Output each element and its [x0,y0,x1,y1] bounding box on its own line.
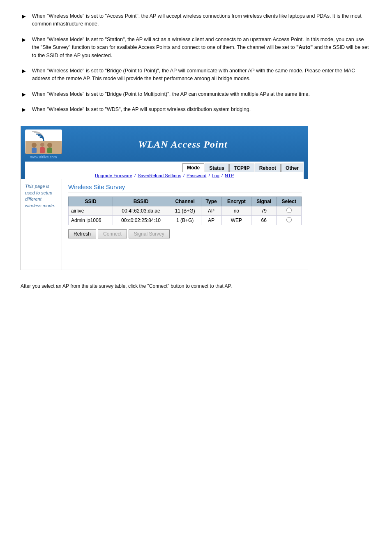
svg-rect-5 [40,147,45,153]
bullet-arrow-5: ► [21,106,27,113]
nav-tabs-row: Mode Status TCP/IP Reboot Other [182,163,304,172]
col-header-signal: Signal [251,197,277,206]
svg-point-0 [43,140,44,141]
cell-ssid-1: airlive [69,206,113,216]
cell-signal-2: 66 [251,216,277,225]
cell-type-1: AP [201,206,221,216]
svg-rect-7 [47,148,52,153]
link-ntp[interactable]: NTP [225,173,234,178]
svg-point-6 [47,143,52,148]
bullet-arrow-1: ► [21,13,27,20]
signal-arc-svg [27,130,60,141]
cell-select-2[interactable] [277,216,302,225]
cell-signal-1: 79 [251,206,277,216]
arc-container [25,130,62,141]
table-row: airlive 00:4f:62:03:da:ae 11 (B+G) AP no… [69,206,302,216]
router-body: This page is used to setup different wir… [21,179,308,270]
link-log[interactable]: Log [212,173,219,178]
bullet-section-3: ► When "Wireless Mode" is set to "Bridge… [21,67,371,83]
cell-channel-2: 1 (B+G) [169,216,201,225]
main-content: ► When "Wireless Mode" is set to "Access… [12,8,380,295]
bullet-text-4: When "Wireless Mode" is set to "Bridge (… [32,90,310,98]
router-nav: Mode Status TCP/IP Reboot Other Upgrade … [25,162,304,179]
cell-encrypt-1: no [221,206,251,216]
bullet-text-5: When "Wireless Mode" is set to "WDS", th… [32,106,251,113]
bullet-text-3: When "Wireless Mode" is set to "Bridge (… [32,67,371,83]
svg-point-4 [40,143,44,147]
bullet-section-4: ► When "Wireless Mode" is set to "Bridge… [21,90,371,98]
cell-type-2: AP [201,216,221,225]
nav-sub-links: Upgrade Firmware / Save/Reload Settings … [25,172,304,179]
radio-select-1[interactable] [286,208,292,213]
tab-status[interactable]: Status [205,164,229,172]
logo-people-image [25,141,62,154]
connect-button[interactable]: Connect [98,229,127,238]
bottom-note: After you select an AP from the site sur… [21,282,371,290]
router-main-content: Wireless Site Survey SSID BSSID Channel … [62,179,308,270]
tab-tcpip[interactable]: TCP/IP [229,164,254,172]
router-title-row: www.airlive.com WLAN Access Point [25,130,304,159]
bullet-section-1: ► When "Wireless Mode" is set to "Access… [21,12,371,28]
bullet-section-2: ► When "Wireless Mode" is set to "Statio… [21,36,371,60]
col-header-bssid: BSSID [113,197,169,206]
link-password[interactable]: Password [187,173,206,178]
cell-bssid-2: 00:c0:02:25:84:10 [113,216,169,225]
action-buttons: Refresh Connect Signal Survey [68,229,302,238]
router-header: www.airlive.com WLAN Access Point Mode S… [21,126,308,179]
col-header-encrypt: Encrypt [221,197,251,206]
col-header-type: Type [201,197,221,206]
router-ui-box: www.airlive.com WLAN Access Point Mode S… [21,126,308,270]
table-row: Admin ip1006 00:c0:02:25:84:10 1 (B+G) A… [69,216,302,225]
logo-url: www.airlive.com [30,155,57,159]
col-header-channel: Channel [169,197,201,206]
cell-channel-1: 11 (B+G) [169,206,201,216]
router-sidebar: This page is used to setup different wir… [21,179,62,270]
tab-reboot[interactable]: Reboot [255,164,281,172]
sidebar-description: This page is used to setup different wir… [25,183,58,209]
router-main-title: WLAN Access Point [62,139,304,150]
bullet-text-1: When "Wireless Mode" is set to "Access P… [32,12,371,28]
router-logo: www.airlive.com [25,130,62,159]
bullet-arrow-2: ► [21,36,27,44]
tab-other[interactable]: Other [281,164,303,172]
link-save-reload[interactable]: Save/Reload Settings [138,173,181,178]
section-title: Wireless Site Survey [68,183,302,192]
survey-table: SSID BSSID Channel Type Encrypt Signal S… [68,197,302,225]
col-header-ssid: SSID [69,197,113,206]
bold-auto: "Auto" [296,44,313,50]
bullet-section-5: ► When "Wireless Mode" is set to "WDS", … [21,106,371,113]
cell-ssid-2: Admin ip1006 [69,216,113,225]
cell-encrypt-2: WEP [221,216,251,225]
refresh-button[interactable]: Refresh [68,229,96,238]
router-title-text: WLAN Access Point [138,139,227,150]
svg-rect-3 [32,148,37,153]
bullet-arrow-4: ► [21,91,27,98]
logo-image [25,130,62,154]
bullet-arrow-3: ► [21,67,27,75]
table-header-row: SSID BSSID Channel Type Encrypt Signal S… [69,197,302,206]
link-upgrade-firmware[interactable]: Upgrade Firmware [95,173,132,178]
svg-point-2 [32,143,37,148]
signal-survey-button[interactable]: Signal Survey [129,229,170,238]
cell-select-1[interactable] [277,206,302,216]
radio-select-2[interactable] [286,217,292,222]
col-header-select: Select [277,197,302,206]
bullet-text-2: When "Wireless Mode" is set to "Station"… [32,36,371,60]
cell-bssid-1: 00:4f:62:03:da:ae [113,206,169,216]
tab-mode[interactable]: Mode [182,163,204,172]
